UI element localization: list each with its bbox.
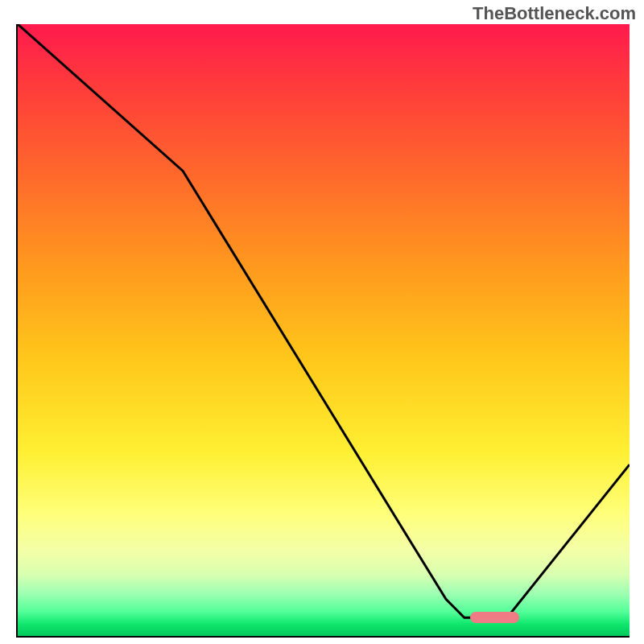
bottleneck-curve [18, 24, 630, 636]
chart-plot-area [16, 24, 630, 638]
watermark-text: TheBottleneck.com [473, 3, 636, 24]
curve-line [18, 24, 630, 617]
optimal-marker [470, 612, 519, 623]
